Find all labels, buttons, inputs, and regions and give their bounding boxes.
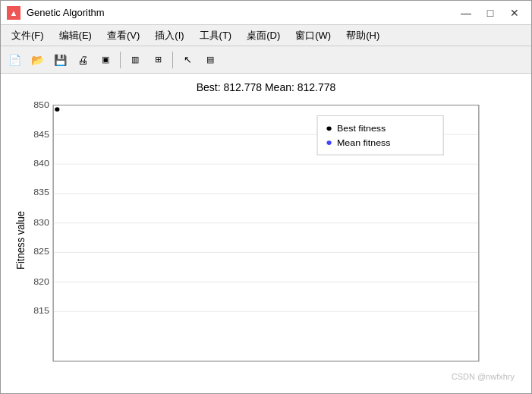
main-window: ▲ Genetic Algorithm — □ ✕ 文件(F) 编辑(E) 查看… bbox=[0, 0, 532, 394]
chart-title: Best: 812.778 Mean: 812.778 bbox=[10, 81, 522, 93]
svg-text:815: 815 bbox=[33, 306, 49, 316]
menu-file[interactable]: 文件(F) bbox=[4, 27, 52, 45]
plot-area: Best: 812.778 Mean: 812.778 Fitness valu… bbox=[10, 81, 522, 386]
zoom-button[interactable]: ▤ bbox=[200, 49, 221, 71]
svg-text:840: 840 bbox=[33, 159, 49, 169]
print-preview-icon: ▣ bbox=[102, 55, 109, 65]
svg-text:850: 850 bbox=[33, 100, 49, 110]
svg-text:Best fitness: Best fitness bbox=[337, 124, 386, 134]
window-title: Genetic Algorithm bbox=[27, 7, 449, 18]
pointer-icon: ↖ bbox=[184, 54, 192, 65]
menu-view[interactable]: 查看(V) bbox=[99, 27, 147, 45]
print-preview-button[interactable]: ▣ bbox=[95, 49, 116, 71]
toggle-icon: ▥ bbox=[131, 55, 139, 65]
svg-text:825: 825 bbox=[33, 247, 49, 257]
svg-point-19 bbox=[55, 107, 59, 112]
watermark: CSDN @nwfxhry bbox=[452, 372, 515, 381]
save-button[interactable]: 💾 bbox=[49, 49, 71, 71]
title-bar: ▲ Genetic Algorithm — □ ✕ bbox=[1, 1, 531, 25]
app-icon: ▲ bbox=[7, 6, 20, 20]
close-button[interactable]: ✕ bbox=[504, 5, 525, 21]
toolbar-separator-2 bbox=[172, 52, 173, 68]
svg-text:835: 835 bbox=[33, 188, 49, 197]
plot-container: Best: 812.778 Mean: 812.778 Fitness valu… bbox=[1, 74, 531, 393]
svg-text:Mean fitness: Mean fitness bbox=[337, 137, 391, 147]
chart-svg: Fitness value 850 845 840 bbox=[10, 98, 522, 383]
menu-tools[interactable]: 工具(T) bbox=[192, 27, 240, 45]
toggle-button[interactable]: ▥ bbox=[124, 49, 146, 71]
chart-svg-container: Fitness value 850 845 840 bbox=[10, 98, 522, 383]
open-button[interactable]: 📂 bbox=[27, 49, 48, 71]
toolbar-separator-1 bbox=[120, 52, 121, 68]
print-button[interactable]: 🖨 bbox=[72, 49, 93, 71]
menu-edit[interactable]: 编辑(E) bbox=[52, 27, 99, 45]
svg-text:830: 830 bbox=[33, 217, 49, 227]
grid-button[interactable]: ⊞ bbox=[147, 49, 168, 71]
maximize-button[interactable]: □ bbox=[480, 5, 501, 21]
menu-help[interactable]: 帮助(H) bbox=[338, 27, 387, 45]
menu-window[interactable]: 窗口(W) bbox=[288, 27, 338, 45]
pointer-button[interactable]: ↖ bbox=[177, 49, 198, 71]
menu-bar: 文件(F) 编辑(E) 查看(V) 插入(I) 工具(T) 桌面(D) 窗口(W… bbox=[1, 25, 531, 46]
zoom-icon: ▤ bbox=[206, 55, 214, 65]
menu-desktop[interactable]: 桌面(D) bbox=[239, 27, 288, 45]
svg-text:845: 845 bbox=[33, 129, 49, 139]
window-controls: — □ ✕ bbox=[455, 5, 525, 21]
svg-point-21 bbox=[326, 127, 331, 131]
new-icon: 📄 bbox=[8, 54, 21, 66]
svg-text:Fitness value: Fitness value bbox=[14, 211, 27, 269]
save-icon: 💾 bbox=[54, 54, 67, 66]
open-icon: 📂 bbox=[31, 54, 44, 66]
grid-icon: ⊞ bbox=[155, 55, 162, 65]
svg-rect-20 bbox=[317, 115, 443, 155]
new-button[interactable]: 📄 bbox=[4, 49, 25, 71]
svg-point-23 bbox=[326, 140, 331, 145]
toolbar: 📄 📂 💾 🖨 ▣ ▥ ⊞ ↖ ▤ bbox=[1, 46, 531, 74]
svg-text:820: 820 bbox=[33, 276, 49, 286]
minimize-button[interactable]: — bbox=[455, 5, 477, 21]
print-icon: 🖨 bbox=[77, 54, 88, 66]
menu-insert[interactable]: 插入(I) bbox=[147, 27, 191, 45]
